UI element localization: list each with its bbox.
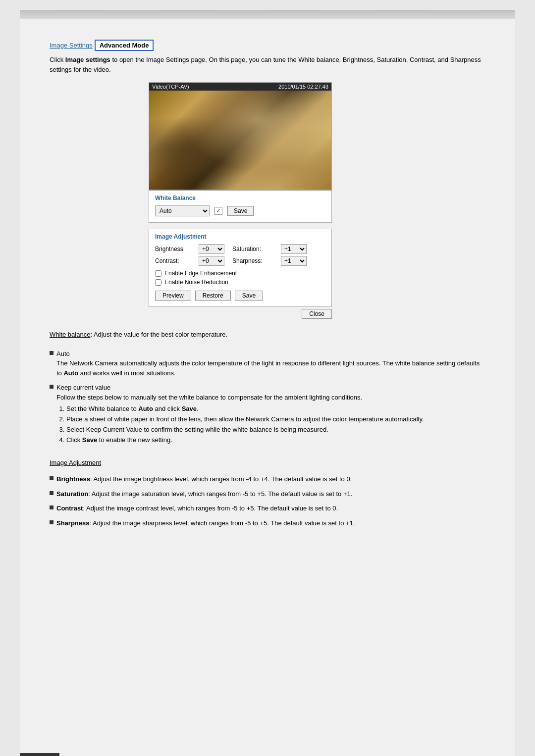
keep-text: Follow the steps below to manually set t… xyxy=(56,394,362,401)
edge-enhancement-checkbox[interactable] xyxy=(155,270,161,277)
camera-panel: Video(TCP-AV) 2010/01/15 02:27:43 xyxy=(149,82,332,190)
step-1: Set the White balance to Auto and click … xyxy=(66,404,424,414)
sharpness-label: Sharpness: xyxy=(232,257,277,264)
timestamp: 2010/01/15 02:27:43 xyxy=(278,84,328,90)
wb-body-description: : Adjust the value for the best color te… xyxy=(90,331,227,338)
brightness-select[interactable]: +0-1+1-2+2 xyxy=(199,244,224,254)
bullet-icon-keep xyxy=(50,385,54,389)
noise-reduction-checkbox[interactable] xyxy=(155,279,161,286)
sharpness-desc: Sharpness: Adjust the image sharpness le… xyxy=(56,518,355,528)
wb-section-title: White Balance xyxy=(155,195,325,202)
white-balance-section: White Balance Auto Keep current value ✓ … xyxy=(149,190,332,223)
page-number: 68 xyxy=(20,753,59,756)
bullet-contrast xyxy=(50,505,54,509)
brightness-label: Brightness: xyxy=(155,246,195,252)
auto-heading: Auto xyxy=(56,350,70,357)
image-settings-link[interactable]: Image Settings xyxy=(50,42,93,49)
close-button[interactable]: Close xyxy=(302,309,332,319)
preview-button[interactable]: Preview xyxy=(155,291,191,301)
intro-bold: Image settings xyxy=(65,56,110,63)
step-4: Click Save to enable the new setting. xyxy=(66,435,424,446)
auto-text: The Network Camera automatically adjusts… xyxy=(56,359,480,377)
wb-body-heading: White balance xyxy=(50,330,90,340)
saturation-label: Saturation: xyxy=(232,246,277,252)
ia-body-heading: Image Adjustment xyxy=(50,459,101,466)
noise-reduction-label: Enable Noise Reduction xyxy=(164,279,228,286)
intro-paragraph: Click Image settings to open the Image S… xyxy=(50,55,485,74)
image-adjustment-body: Image Adjustment Brightness: Adjust the … xyxy=(50,459,485,528)
contrast-label: Contrast: xyxy=(155,257,195,264)
bullet-icon-auto xyxy=(50,351,54,355)
bullet-saturation xyxy=(50,491,54,495)
saturation-desc: Saturation: Adjust the image saturation … xyxy=(56,489,352,499)
camera-video-frame xyxy=(149,91,331,190)
bullet-sharpness xyxy=(50,520,54,524)
ia-save-button[interactable]: Save xyxy=(235,291,263,301)
contrast-desc: Contrast: Adjust the image contrast leve… xyxy=(56,504,338,513)
brightness-desc: Brightness: Adjust the image brightness … xyxy=(56,474,352,484)
white-balance-select[interactable]: Auto Keep current value xyxy=(155,205,210,216)
wb-save-button[interactable]: Save xyxy=(227,206,254,216)
contrast-select[interactable]: +0-1+1 xyxy=(199,256,224,266)
video-label: Video(TCP-AV) xyxy=(152,84,189,90)
step-2: Place a sheet of white paper in front of… xyxy=(66,414,424,425)
bullet-brightness xyxy=(50,476,54,480)
wb-select-arrow: ✓ xyxy=(214,207,222,215)
saturation-select[interactable]: +10-1+2 xyxy=(281,244,307,254)
sharpness-select[interactable]: +10-1+2 xyxy=(281,256,307,266)
white-balance-body: White balance: Adjust the value for the … xyxy=(50,330,485,445)
step-3: Select Keep Current Value to confirm the… xyxy=(66,425,424,435)
advanced-mode-badge: Advanced Mode xyxy=(95,40,154,51)
keep-heading: Keep current value xyxy=(56,384,110,391)
restore-button[interactable]: Restore xyxy=(195,291,231,301)
ia-section-title: Image Adjustment xyxy=(155,233,325,240)
image-adjustment-section: Image Adjustment Brightness: +0-1+1-2+2 … xyxy=(149,229,332,307)
edge-enhancement-label: Enable Edge Enhancement xyxy=(164,270,237,277)
